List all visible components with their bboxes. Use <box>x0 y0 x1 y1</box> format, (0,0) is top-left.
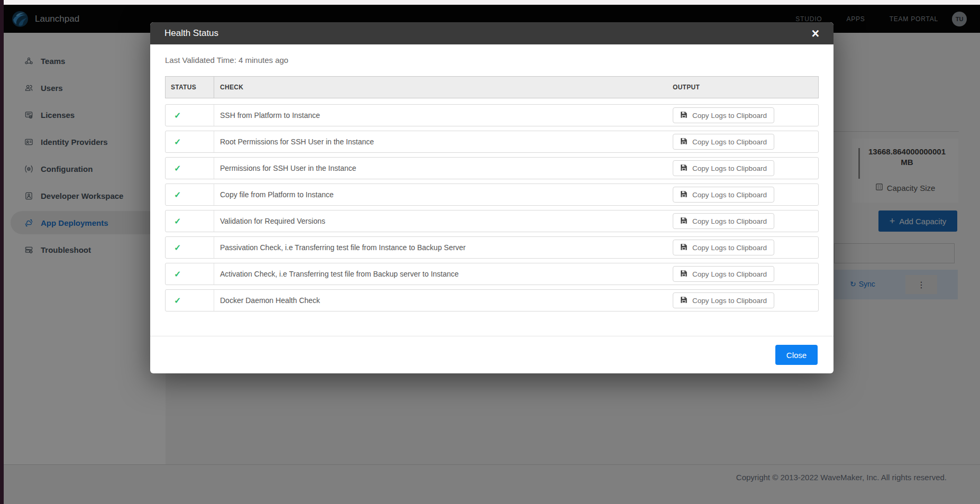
copy-logs-button[interactable]: Copy Logs to Clipboard <box>673 134 774 150</box>
copy-logs-button[interactable]: Copy Logs to Clipboard <box>673 160 774 176</box>
close-button[interactable]: Close <box>775 345 818 365</box>
health-check-row: ✓ Root Permissions for SSH User in the I… <box>165 131 819 153</box>
status-pass-icon: ✓ <box>174 216 181 226</box>
health-table-header: STATUS CHECK OUTPUT <box>165 76 819 98</box>
health-check-row: ✓ Copy file from Platform to Instance Co… <box>165 184 819 206</box>
column-header-check: CHECK <box>214 77 668 98</box>
save-icon <box>680 138 688 146</box>
health-check-row: ✓ SSH from Platform to Instance Copy Log… <box>165 104 819 126</box>
save-icon <box>680 217 688 226</box>
copy-logs-button[interactable]: Copy Logs to Clipboard <box>673 292 774 308</box>
copy-logs-button[interactable]: Copy Logs to Clipboard <box>673 266 774 282</box>
status-pass-icon: ✓ <box>174 111 181 121</box>
check-name: Root Permissions for SSH User in the Ins… <box>220 138 374 146</box>
check-name: Docker Daemon Health Check <box>220 296 320 305</box>
save-icon <box>680 111 688 120</box>
screen-edge-strip <box>0 0 4 504</box>
save-icon <box>680 190 688 199</box>
check-name: Permissions for SSH User in the Instance <box>220 164 356 172</box>
status-pass-icon: ✓ <box>174 190 181 200</box>
browser-top-strip <box>4 0 980 5</box>
column-header-output: OUTPUT <box>668 77 818 98</box>
health-table-rows: ✓ SSH from Platform to Instance Copy Log… <box>165 104 819 311</box>
health-check-row: ✓ Docker Daemon Health Check Copy Logs t… <box>165 289 819 311</box>
modal-header: Health Status × <box>150 22 834 44</box>
modal-footer: Close <box>150 336 834 373</box>
modal-title: Health Status <box>164 28 218 39</box>
health-status-modal: Health Status × Last Validated Time: 4 m… <box>150 22 834 373</box>
save-icon <box>680 296 688 305</box>
status-pass-icon: ✓ <box>174 163 181 173</box>
status-pass-icon: ✓ <box>174 296 181 306</box>
health-check-row: ✓ Passivation Check, i.e Transferring te… <box>165 236 819 259</box>
status-pass-icon: ✓ <box>174 269 181 279</box>
save-icon <box>680 164 688 173</box>
health-check-row: ✓ Permissions for SSH User in the Instan… <box>165 157 819 179</box>
check-name: SSH from Platform to Instance <box>220 111 320 120</box>
check-name: Activation Check, i.e Transferring test … <box>220 270 459 278</box>
health-check-row: ✓ Activation Check, i.e Transferring tes… <box>165 263 819 285</box>
save-icon <box>680 270 688 279</box>
copy-logs-button[interactable]: Copy Logs to Clipboard <box>673 213 774 229</box>
copy-logs-button[interactable]: Copy Logs to Clipboard <box>673 240 774 255</box>
copy-logs-button[interactable]: Copy Logs to Clipboard <box>673 107 774 123</box>
last-validated-text: Last Validated Time: 4 minutes ago <box>165 56 819 65</box>
copy-logs-button[interactable]: Copy Logs to Clipboard <box>673 187 774 203</box>
check-name: Validation for Required Versions <box>220 217 325 225</box>
status-pass-icon: ✓ <box>174 137 181 147</box>
check-name: Copy file from Platform to Instance <box>220 190 334 199</box>
column-header-status: STATUS <box>166 77 214 98</box>
save-icon <box>680 243 688 252</box>
status-pass-icon: ✓ <box>174 243 181 253</box>
health-check-row: ✓ Validation for Required Versions Copy … <box>165 210 819 232</box>
close-icon[interactable]: × <box>811 27 819 40</box>
modal-body: Last Validated Time: 4 minutes ago STATU… <box>150 44 834 336</box>
check-name: Passivation Check, i.e Transferring test… <box>220 243 466 252</box>
